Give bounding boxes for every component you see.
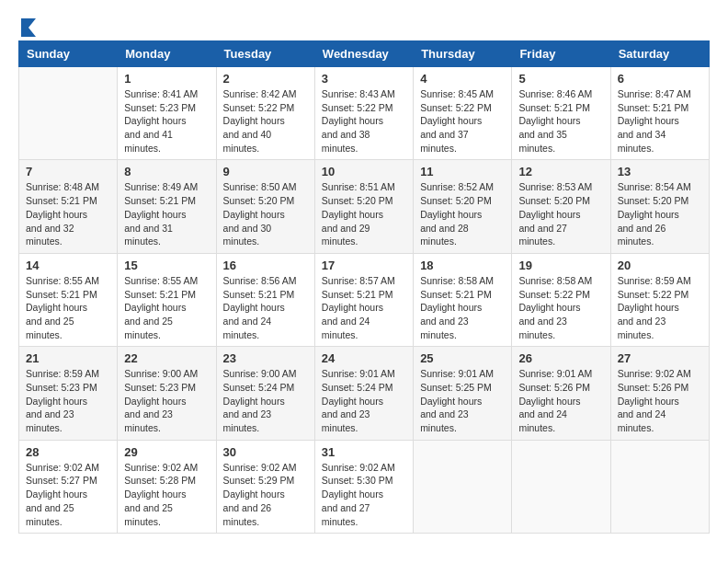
day-number: 3 <box>322 72 406 86</box>
calendar-cell: 28 Sunrise: 9:02 AM Sunset: 5:27 PM Dayl… <box>19 440 118 533</box>
day-number: 16 <box>223 259 308 272</box>
day-number: 7 <box>26 165 110 178</box>
sunrise-text: Sunrise: 9:02 AM <box>618 368 691 379</box>
day-info: Sunrise: 9:02 AM Sunset: 5:29 PM Dayligh… <box>223 461 308 528</box>
day-number: 25 <box>420 351 505 365</box>
sunset-text: Sunset: 5:29 PM <box>223 475 295 486</box>
day-info: Sunrise: 9:01 AM Sunset: 5:25 PM Dayligh… <box>420 367 505 434</box>
sunset-text: Sunset: 5:26 PM <box>518 382 590 393</box>
day-info: Sunrise: 8:53 AM Sunset: 5:20 PM Dayligh… <box>518 180 603 247</box>
calendar-cell: 30 Sunrise: 9:02 AM Sunset: 5:29 PM Dayl… <box>216 440 314 533</box>
sunrise-text: Sunrise: 8:52 AM <box>420 181 494 192</box>
daylight-detail: and and 24 minutes. <box>223 316 272 340</box>
daylight-label: Daylight hours <box>322 209 383 220</box>
daylight-label: Daylight hours <box>322 302 383 313</box>
sunset-text: Sunset: 5:23 PM <box>26 382 97 393</box>
daylight-detail: and and 32 minutes. <box>26 223 74 247</box>
day-number: 9 <box>223 165 308 178</box>
day-info: Sunrise: 8:55 AM Sunset: 5:21 PM Dayligh… <box>124 274 209 341</box>
daylight-label: Daylight hours <box>223 115 285 126</box>
calendar-cell: 13 Sunrise: 8:54 AM Sunset: 5:20 PM Dayl… <box>610 160 709 253</box>
calendar-cell: 15 Sunrise: 8:55 AM Sunset: 5:21 PM Dayl… <box>118 253 216 346</box>
sunrise-text: Sunrise: 9:02 AM <box>223 462 297 473</box>
sunrise-text: Sunrise: 9:02 AM <box>26 462 99 473</box>
day-info: Sunrise: 8:58 AM Sunset: 5:22 PM Dayligh… <box>518 274 603 341</box>
daylight-label: Daylight hours <box>124 488 186 500</box>
sunset-text: Sunset: 5:28 PM <box>124 475 196 486</box>
daylight-detail: and and 31 minutes. <box>124 223 173 247</box>
sunset-text: Sunset: 5:23 PM <box>124 382 196 393</box>
logo-flag-icon <box>19 18 36 37</box>
calendar-week-row: 1 Sunrise: 8:41 AM Sunset: 5:23 PM Dayli… <box>19 67 710 160</box>
day-number: 22 <box>124 351 209 365</box>
day-number: 1 <box>124 72 209 86</box>
calendar-cell <box>414 440 512 533</box>
day-number: 14 <box>26 259 110 272</box>
calendar-cell: 5 Sunrise: 8:46 AM Sunset: 5:21 PM Dayli… <box>512 67 610 160</box>
daylight-label: Daylight hours <box>420 209 482 220</box>
sunset-text: Sunset: 5:22 PM <box>322 102 393 113</box>
sunrise-text: Sunrise: 8:43 AM <box>322 88 395 99</box>
calendar-cell: 17 Sunrise: 8:57 AM Sunset: 5:21 PM Dayl… <box>314 253 413 346</box>
sunrise-text: Sunrise: 9:01 AM <box>322 368 395 379</box>
daylight-label: Daylight hours <box>322 396 383 407</box>
day-info: Sunrise: 8:41 AM Sunset: 5:23 PM Dayligh… <box>124 87 209 155</box>
day-info: Sunrise: 8:55 AM Sunset: 5:21 PM Dayligh… <box>26 274 110 341</box>
day-number: 8 <box>124 165 209 178</box>
daylight-label: Daylight hours <box>322 115 383 126</box>
daylight-label: Daylight hours <box>223 209 285 220</box>
day-info: Sunrise: 9:00 AM Sunset: 5:24 PM Dayligh… <box>223 367 308 434</box>
calendar-header-wednesday: Wednesday <box>314 41 413 67</box>
day-number: 20 <box>618 259 702 272</box>
sunset-text: Sunset: 5:24 PM <box>322 382 393 393</box>
calendar-cell <box>610 440 709 533</box>
sunset-text: Sunset: 5:21 PM <box>223 289 295 300</box>
daylight-label: Daylight hours <box>518 302 580 313</box>
calendar-cell: 27 Sunrise: 9:02 AM Sunset: 5:26 PM Dayl… <box>610 347 709 440</box>
calendar-week-row: 7 Sunrise: 8:48 AM Sunset: 5:21 PM Dayli… <box>19 160 710 253</box>
calendar-header-sunday: Sunday <box>19 41 118 67</box>
sunset-text: Sunset: 5:20 PM <box>420 195 492 206</box>
day-info: Sunrise: 9:02 AM Sunset: 5:28 PM Dayligh… <box>124 461 209 528</box>
calendar-header-thursday: Thursday <box>414 41 512 67</box>
daylight-label: Daylight hours <box>124 209 186 220</box>
day-number: 26 <box>518 351 603 365</box>
sunrise-text: Sunrise: 8:47 AM <box>618 88 691 99</box>
calendar-header-row: SundayMondayTuesdayWednesdayThursdayFrid… <box>19 41 710 67</box>
logo: General Blue <box>18 18 37 31</box>
day-number: 18 <box>420 259 505 272</box>
sunset-text: Sunset: 5:27 PM <box>26 475 97 486</box>
daylight-detail: and and 29 minutes. <box>322 223 370 247</box>
daylight-detail: and and 25 minutes. <box>26 316 74 340</box>
sunrise-text: Sunrise: 9:00 AM <box>124 368 198 379</box>
calendar-cell: 11 Sunrise: 8:52 AM Sunset: 5:20 PM Dayl… <box>414 160 512 253</box>
daylight-detail: and and 30 minutes. <box>223 223 272 247</box>
daylight-label: Daylight hours <box>322 488 383 500</box>
sunset-text: Sunset: 5:22 PM <box>223 102 295 113</box>
sunrise-text: Sunrise: 9:02 AM <box>124 462 198 473</box>
calendar-cell: 21 Sunrise: 8:59 AM Sunset: 5:23 PM Dayl… <box>19 347 118 440</box>
sunrise-text: Sunrise: 8:58 AM <box>518 275 592 286</box>
sunrise-text: Sunrise: 8:58 AM <box>420 275 494 286</box>
sunrise-text: Sunrise: 8:49 AM <box>124 181 198 192</box>
daylight-detail: and and 25 minutes. <box>124 502 173 527</box>
day-number: 6 <box>618 72 702 86</box>
sunrise-text: Sunrise: 8:57 AM <box>322 275 395 286</box>
day-number: 2 <box>223 72 308 86</box>
daylight-detail: and and 24 minutes. <box>322 316 370 340</box>
day-info: Sunrise: 8:42 AM Sunset: 5:22 PM Dayligh… <box>223 87 308 155</box>
daylight-detail: and and 40 minutes. <box>223 129 272 154</box>
calendar-cell: 10 Sunrise: 8:51 AM Sunset: 5:20 PM Dayl… <box>314 160 413 253</box>
daylight-detail: and and 24 minutes. <box>618 408 666 433</box>
day-info: Sunrise: 8:59 AM Sunset: 5:22 PM Dayligh… <box>618 274 702 341</box>
daylight-label: Daylight hours <box>124 302 186 313</box>
daylight-label: Daylight hours <box>223 396 285 407</box>
daylight-detail: and and 38 minutes. <box>322 129 370 154</box>
daylight-label: Daylight hours <box>618 396 679 407</box>
daylight-detail: and and 25 minutes. <box>124 316 173 340</box>
sunset-text: Sunset: 5:24 PM <box>223 382 295 393</box>
sunset-text: Sunset: 5:25 PM <box>420 382 492 393</box>
day-number: 29 <box>124 445 209 459</box>
day-info: Sunrise: 9:02 AM Sunset: 5:26 PM Dayligh… <box>618 367 702 434</box>
calendar-cell: 14 Sunrise: 8:55 AM Sunset: 5:21 PM Dayl… <box>19 253 118 346</box>
